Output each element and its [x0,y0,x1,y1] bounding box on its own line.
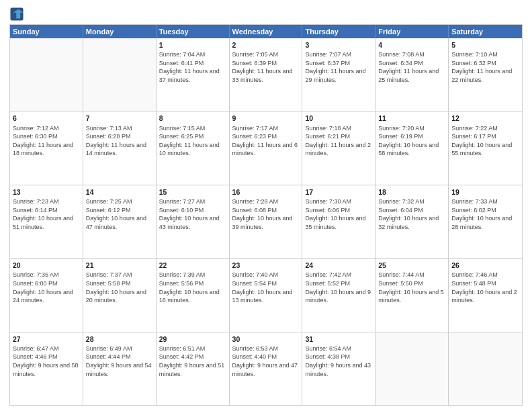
day-number: 1 [159,40,226,50]
day-details: Sunrise: 7:15 AM Sunset: 6:25 PM Dayligh… [159,124,226,158]
calendar-cell-16: 16Sunrise: 7:28 AM Sunset: 6:08 PM Dayli… [230,185,303,258]
calendar-row-3: 13Sunrise: 7:23 AM Sunset: 6:14 PM Dayli… [10,185,522,258]
day-details: Sunrise: 7:23 AM Sunset: 6:14 PM Dayligh… [13,197,80,231]
calendar-cell-empty [10,38,83,111]
day-details: Sunrise: 7:39 AM Sunset: 5:56 PM Dayligh… [159,271,226,304]
day-details: Sunrise: 7:25 AM Sunset: 6:12 PM Dayligh… [86,197,153,231]
calendar-cell-20: 20Sunrise: 7:35 AM Sunset: 6:00 PM Dayli… [10,259,83,331]
header-day-sunday: Sunday [10,25,83,38]
day-number: 15 [159,187,226,197]
day-number: 3 [305,40,372,50]
day-number: 31 [305,334,372,344]
calendar-cell-11: 11Sunrise: 7:20 AM Sunset: 6:19 PM Dayli… [375,111,449,184]
day-number: 21 [86,261,153,270]
logo-icon [9,7,24,21]
day-details: Sunrise: 6:49 AM Sunset: 4:44 PM Dayligh… [86,345,153,378]
day-details: Sunrise: 6:51 AM Sunset: 4:42 PM Dayligh… [159,345,226,378]
day-details: Sunrise: 7:20 AM Sunset: 6:19 PM Dayligh… [378,124,445,158]
calendar-cell-25: 25Sunrise: 7:44 AM Sunset: 5:50 PM Dayli… [375,259,449,331]
day-number: 6 [13,113,80,123]
logo [9,7,26,21]
day-details: Sunrise: 7:42 AM Sunset: 5:52 PM Dayligh… [305,271,372,304]
day-number: 28 [86,334,153,344]
day-number: 2 [232,40,300,50]
day-number: 29 [159,334,226,344]
calendar-cell-12: 12Sunrise: 7:22 AM Sunset: 6:17 PM Dayli… [449,111,522,184]
day-number: 23 [232,261,300,270]
calendar-cell-3: 3Sunrise: 7:07 AM Sunset: 6:37 PM Daylig… [302,38,375,111]
day-number: 27 [13,334,80,344]
calendar-cell-empty [83,38,157,111]
calendar-cell-17: 17Sunrise: 7:30 AM Sunset: 6:06 PM Dayli… [302,185,375,258]
calendar-cell-empty [449,332,522,405]
header-day-tuesday: Tuesday [157,25,230,38]
day-details: Sunrise: 7:04 AM Sunset: 6:41 PM Dayligh… [159,50,226,84]
day-number: 10 [305,113,372,123]
day-details: Sunrise: 7:37 AM Sunset: 5:58 PM Dayligh… [86,271,153,304]
calendar-row-2: 6Sunrise: 7:12 AM Sunset: 6:30 PM Daylig… [10,111,522,184]
calendar-cell-19: 19Sunrise: 7:33 AM Sunset: 6:02 PM Dayli… [449,185,522,258]
day-number: 4 [378,40,445,50]
calendar-cell-28: 28Sunrise: 6:49 AM Sunset: 4:44 PM Dayli… [83,332,157,405]
day-details: Sunrise: 7:46 AM Sunset: 5:48 PM Dayligh… [451,271,519,304]
calendar-cell-21: 21Sunrise: 7:37 AM Sunset: 5:58 PM Dayli… [83,259,157,331]
calendar-row-5: 27Sunrise: 6:47 AM Sunset: 4:46 PM Dayli… [10,332,522,405]
day-details: Sunrise: 6:54 AM Sunset: 4:38 PM Dayligh… [305,345,372,378]
day-details: Sunrise: 7:28 AM Sunset: 6:08 PM Dayligh… [232,197,300,231]
calendar-body: 1Sunrise: 7:04 AM Sunset: 6:41 PM Daylig… [10,38,522,405]
day-details: Sunrise: 7:13 AM Sunset: 6:28 PM Dayligh… [86,124,153,158]
calendar-cell-14: 14Sunrise: 7:25 AM Sunset: 6:12 PM Dayli… [83,185,157,258]
day-number: 11 [378,113,445,123]
calendar-header: SundayMondayTuesdayWednesdayThursdayFrid… [10,25,522,38]
calendar-cell-13: 13Sunrise: 7:23 AM Sunset: 6:14 PM Dayli… [10,185,83,258]
header-day-monday: Monday [83,25,157,38]
day-details: Sunrise: 7:35 AM Sunset: 6:00 PM Dayligh… [13,271,80,304]
day-number: 13 [13,187,80,197]
day-details: Sunrise: 7:32 AM Sunset: 6:04 PM Dayligh… [378,197,445,231]
calendar-row-4: 20Sunrise: 7:35 AM Sunset: 6:00 PM Dayli… [10,258,522,331]
day-details: Sunrise: 7:07 AM Sunset: 6:37 PM Dayligh… [305,50,372,84]
calendar: SundayMondayTuesdayWednesdayThursdayFrid… [9,24,523,406]
header-day-thursday: Thursday [302,25,375,38]
day-number: 26 [451,261,519,270]
day-number: 20 [13,261,80,270]
page: SundayMondayTuesdayWednesdayThursdayFrid… [0,0,532,411]
day-number: 16 [232,187,300,197]
day-details: Sunrise: 7:05 AM Sunset: 6:39 PM Dayligh… [232,50,300,84]
day-number: 8 [159,113,226,123]
calendar-row-1: 1Sunrise: 7:04 AM Sunset: 6:41 PM Daylig… [10,38,522,111]
calendar-cell-empty [375,332,449,405]
day-details: Sunrise: 7:30 AM Sunset: 6:06 PM Dayligh… [305,197,372,231]
day-number: 18 [378,187,445,197]
calendar-cell-18: 18Sunrise: 7:32 AM Sunset: 6:04 PM Dayli… [375,185,449,258]
day-number: 9 [232,113,300,123]
day-number: 24 [305,261,372,270]
day-number: 7 [86,113,153,123]
header-day-wednesday: Wednesday [230,25,303,38]
day-number: 25 [378,261,445,270]
calendar-cell-26: 26Sunrise: 7:46 AM Sunset: 5:48 PM Dayli… [449,259,522,331]
day-number: 5 [451,40,519,50]
day-details: Sunrise: 7:17 AM Sunset: 6:23 PM Dayligh… [232,124,300,158]
calendar-cell-27: 27Sunrise: 6:47 AM Sunset: 4:46 PM Dayli… [10,332,83,405]
calendar-cell-8: 8Sunrise: 7:15 AM Sunset: 6:25 PM Daylig… [157,111,230,184]
day-details: Sunrise: 7:40 AM Sunset: 5:54 PM Dayligh… [232,271,300,304]
header [9,7,523,21]
calendar-cell-15: 15Sunrise: 7:27 AM Sunset: 6:10 PM Dayli… [157,185,230,258]
calendar-cell-10: 10Sunrise: 7:18 AM Sunset: 6:21 PM Dayli… [302,111,375,184]
calendar-cell-6: 6Sunrise: 7:12 AM Sunset: 6:30 PM Daylig… [10,111,83,184]
calendar-cell-4: 4Sunrise: 7:08 AM Sunset: 6:34 PM Daylig… [375,38,449,111]
calendar-cell-2: 2Sunrise: 7:05 AM Sunset: 6:39 PM Daylig… [230,38,303,111]
calendar-cell-31: 31Sunrise: 6:54 AM Sunset: 4:38 PM Dayli… [302,332,375,405]
calendar-cell-5: 5Sunrise: 7:10 AM Sunset: 6:32 PM Daylig… [449,38,522,111]
day-details: Sunrise: 7:08 AM Sunset: 6:34 PM Dayligh… [378,50,445,84]
calendar-cell-23: 23Sunrise: 7:40 AM Sunset: 5:54 PM Dayli… [230,259,303,331]
day-details: Sunrise: 6:53 AM Sunset: 4:40 PM Dayligh… [232,345,300,378]
day-details: Sunrise: 6:47 AM Sunset: 4:46 PM Dayligh… [13,345,80,378]
calendar-cell-24: 24Sunrise: 7:42 AM Sunset: 5:52 PM Dayli… [302,259,375,331]
day-number: 17 [305,187,372,197]
calendar-cell-7: 7Sunrise: 7:13 AM Sunset: 6:28 PM Daylig… [83,111,157,184]
day-details: Sunrise: 7:22 AM Sunset: 6:17 PM Dayligh… [451,124,519,158]
day-number: 30 [232,334,300,344]
day-number: 12 [451,113,519,123]
